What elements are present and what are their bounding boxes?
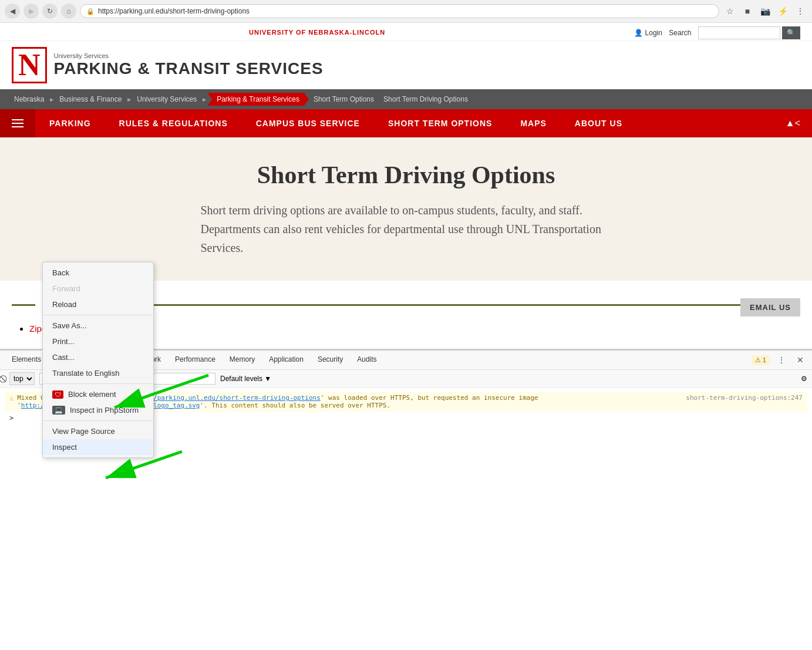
devtools-tab-audits[interactable]: Audits (350, 351, 383, 369)
context-cast[interactable]: Cast... (43, 349, 153, 365)
bookmark-button[interactable]: ☆ (723, 4, 737, 18)
nav-short-term[interactable]: SHORT TERM OPTIONS (374, 109, 506, 137)
warning-triangle-icon: ⚠ (9, 394, 14, 402)
devtools-more-button[interactable]: ⋮ (774, 353, 789, 367)
hamburger-line-1 (12, 119, 23, 120)
forward-button[interactable]: ▶ (23, 4, 39, 19)
devtools-warning-badge: ⚠ 1 (752, 355, 770, 365)
header-line-right (134, 304, 800, 306)
breadcrumb-bar: Nebraska ► Business & Finance ► Universi… (0, 89, 812, 109)
ext3-button[interactable]: ⚡ (776, 4, 790, 18)
university-name: UNIVERSITY OF NEBRASKA-LINCOLN (249, 29, 385, 36)
context-menu-overlay: Back Forward Reload Save As... Print... … (42, 262, 154, 458)
nav-campus-bus[interactable]: CAMPUS BUS SERVICE (242, 109, 374, 137)
breadcrumb-arrow-3: ► (201, 96, 207, 103)
block-icon: 🛡 (52, 390, 63, 399)
site-title: PARKING & TRANSIT SERVICES (54, 59, 324, 78)
breadcrumb-nebraska[interactable]: Nebraska (9, 94, 49, 105)
page-hero-title: Short Term Driving Options (12, 161, 800, 189)
devtools-scope-select[interactable]: top (9, 372, 35, 385)
devtools-tab-performance[interactable]: Performance (168, 351, 223, 369)
browser-toolbar: ◀ ▶ ↻ ⌂ 🔒 https://parking.unl.edu/short-… (0, 0, 812, 22)
search-input[interactable] (698, 26, 780, 39)
devtools-warning-location: short-term-driving-options:247 (686, 394, 803, 402)
login-link[interactable]: 👤 Login (634, 29, 664, 37)
context-translate[interactable]: Translate to English (43, 365, 153, 381)
context-menu: Back Forward Reload Save As... Print... … (42, 262, 154, 458)
context-save-as[interactable]: Save As... (43, 318, 153, 334)
page-hero: Short Term Driving Options Short term dr… (0, 137, 812, 281)
nav-about-us[interactable]: ABOUT US (561, 109, 636, 137)
devtools-tab-application[interactable]: Application (262, 351, 311, 369)
nav-rules[interactable]: RULES & REGULATIONS (105, 109, 242, 137)
devtools-page-link[interactable]: https://parking.unl.edu/short-term-drivi… (126, 394, 321, 402)
phpstorm-icon: 💻 (52, 406, 65, 415)
nav-maps[interactable]: MAPS (506, 109, 560, 137)
home-button[interactable]: ⌂ (61, 4, 76, 19)
hamburger-line-2 (12, 123, 23, 124)
site-header: N University Services PARKING & TRANSIT … (0, 41, 812, 89)
breadcrumb-university-services[interactable]: University Services (132, 94, 201, 105)
context-inspect[interactable]: Inspect (43, 439, 153, 455)
top-bar-right: 👤 Login Search 🔍 (634, 26, 800, 39)
ext1-button[interactable]: ■ (740, 4, 754, 18)
lock-icon: 🔒 (86, 8, 95, 15)
browser-chrome: ◀ ▶ ↻ ⌂ 🔒 https://parking.unl.edu/short-… (0, 0, 812, 23)
search-button[interactable]: 🔍 (782, 26, 800, 39)
site-title-block: University Services PARKING & TRANSIT SE… (54, 52, 324, 78)
email-us-button[interactable]: EMAIL US (740, 298, 800, 316)
header-line-left (12, 304, 35, 306)
breadcrumb-arrow-1: ► (49, 96, 55, 103)
devtools-settings-icon[interactable]: ⚙ (801, 375, 807, 383)
search-label: Search (669, 29, 691, 37)
breadcrumb-short-term[interactable]: Short Term Options (309, 94, 379, 105)
context-sep-1 (43, 315, 153, 315)
prompt-symbol: > (9, 414, 14, 422)
context-print[interactable]: Print... (43, 334, 153, 349)
hamburger-menu[interactable] (0, 109, 35, 137)
context-inspect-phpstorm[interactable]: 💻 Inspect in PhpStorm (43, 402, 153, 418)
page-hero-description: Short term driving options are available… (201, 201, 612, 257)
address-bar[interactable]: 🔒 https://parking.unl.edu/short-term-dri… (80, 4, 719, 18)
breadcrumb-parking[interactable]: Parking & Transit Services (207, 93, 309, 106)
url-text: https://parking.unl.edu/short-term-drivi… (98, 7, 250, 15)
nav-parking[interactable]: PARKING (35, 109, 105, 137)
top-bar: UNIVERSITY OF NEBRASKA-LINCOLN 👤 Login S… (0, 23, 812, 41)
page-main: Back Forward Reload Save As... Print... … (0, 137, 812, 349)
devtools-tab-memory[interactable]: Memory (223, 351, 262, 369)
share-icon: ▲< (786, 118, 800, 129)
share-button[interactable]: ▲< (774, 109, 812, 137)
breadcrumb-business-finance[interactable]: Business & Finance (55, 94, 126, 105)
breadcrumb-arrow-2: ► (126, 96, 132, 103)
hamburger-line-3 (12, 126, 23, 127)
context-block-element[interactable]: 🛡 Block element (43, 386, 153, 402)
user-icon: 👤 (634, 29, 643, 37)
back-button[interactable]: ◀ (5, 4, 20, 19)
devtools-level-select[interactable]: Default levels ▼ (220, 375, 271, 383)
devtools-tab-security[interactable]: Security (311, 351, 350, 369)
main-nav: PARKING RULES & REGULATIONS CAMPUS BUS S… (0, 109, 812, 137)
context-sep-2 (43, 383, 153, 384)
devtools-tab-elements[interactable]: Elements (5, 351, 48, 369)
context-view-source[interactable]: View Page Source (43, 423, 153, 439)
hamburger-icon (12, 119, 23, 127)
devtools-close-button[interactable]: ✕ (793, 353, 807, 367)
page-wrapper: UNIVERSITY OF NEBRASKA-LINCOLN 👤 Login S… (0, 23, 812, 349)
chrome-menu-button[interactable]: ⋮ (793, 4, 807, 18)
context-forward: Forward (43, 281, 153, 297)
reload-button[interactable]: ↻ (42, 4, 58, 19)
devtools-tab-right: ⚠ 1 ⋮ ✕ (752, 353, 807, 367)
logo-n: N (12, 47, 47, 83)
context-back[interactable]: Back (43, 265, 153, 281)
context-sep-3 (43, 420, 153, 421)
context-reload[interactable]: Reload (43, 297, 153, 312)
ext2-button[interactable]: 📷 (758, 4, 772, 18)
breadcrumb-short-term-driving[interactable]: Short Term Driving Options (379, 94, 473, 105)
site-subtitle: University Services (54, 52, 324, 59)
